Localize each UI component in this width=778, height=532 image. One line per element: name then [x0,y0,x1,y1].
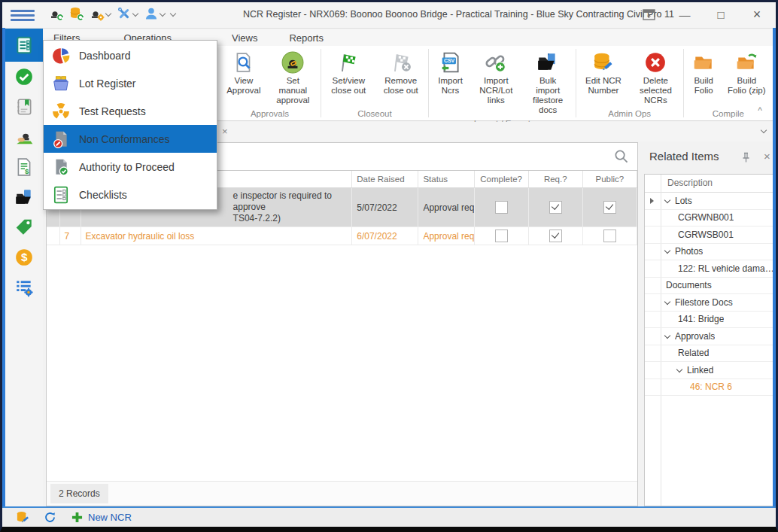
sidebar-item-register[interactable] [5,29,43,62]
nav-item-non-conformances[interactable]: Non Conformances [44,125,217,153]
folio-zip-icon [735,51,758,74]
ribbon-group-label: Closeout [324,108,426,120]
new-ncr-button[interactable]: New NCR [71,512,132,523]
sidebar-item-budget[interactable]: $ [5,242,43,272]
radiation-icon [52,102,70,120]
public-checkbox[interactable] [603,201,616,214]
tree-item-approvals[interactable]: Approvals [645,328,775,345]
tree-item-lot[interactable]: CGRWNB001 [645,210,775,227]
search-icon[interactable] [614,149,628,163]
register-icon [14,35,34,55]
complete-checkbox[interactable] [495,201,508,214]
tree-item-filestore-doc[interactable]: 141: Bridge [645,312,775,329]
link-add-icon [485,51,507,74]
row-indicator-cell [47,227,59,245]
col-public[interactable]: Public? [582,171,637,188]
bulk-import-filestore-button[interactable]: Bulk import filestore docs [524,49,573,117]
delete-selected-ncrs-button[interactable]: Delete selected NCRs [631,49,680,108]
ncr-row[interactable]: 7 Excavator hydraulic oil loss 6/07/2022… [47,227,637,245]
lot-register-icon [52,74,70,93]
window-controls: — □ × [640,6,765,23]
sidebar-item-approvals[interactable] [5,62,43,92]
nav-item-authority-to-proceed[interactable]: Authority to Proceed [44,153,217,181]
tab-close-icon[interactable]: × [222,126,228,137]
nav-item-lot-register[interactable]: Lot Register [44,69,217,97]
dashboard-pie-icon [52,47,70,65]
import-ncr-lot-links-button[interactable]: Import NCR/Lot links [472,49,521,108]
sidebar-item-tags[interactable] [5,212,43,242]
nav-item-dashboard[interactable]: Dashboard [44,41,217,69]
view-approval-icon [232,51,255,74]
row-public-cell [582,227,637,245]
ribbon-collapse-icon[interactable]: ^ [758,105,762,116]
req-checkbox[interactable] [549,230,562,242]
minimize-button[interactable]: — [676,6,693,23]
menu-reports[interactable]: Reports [280,31,333,45]
nav-item-checklists[interactable]: Checklists [44,181,217,208]
col-status[interactable]: Status [418,171,474,188]
sidebar-item-diary[interactable] [5,92,43,122]
ribbon-group-closeout: Set/view close out Remove close out Clos… [321,46,429,120]
set-manual-approval-button[interactable]: Set manual approval [269,49,318,108]
close-button[interactable]: × [749,6,765,23]
sidebar-item-config[interactable] [5,272,43,302]
tree-item-documents[interactable]: Documents [645,278,775,295]
pin-icon[interactable] [741,152,751,166]
build-folio-zip-button[interactable]: Build Folio (zip) [724,49,770,98]
menu-views[interactable]: Views [223,31,266,45]
col-req[interactable]: Req.? [528,171,582,188]
stamp-hand-icon [14,127,34,147]
col-date-raised[interactable]: Date Raised [352,171,418,188]
tree-item-photos[interactable]: Photos [645,244,775,261]
tree-item-lot[interactable]: CGRWSB001 [645,226,775,244]
db-edit-button[interactable] [16,510,30,524]
build-folio-button[interactable]: Build Folio [687,49,721,98]
related-column-header[interactable]: Description [645,175,775,193]
tree-item-filestore-docs[interactable]: Filestore Docs [645,294,775,312]
folder-document-icon [536,51,559,74]
chevron-expanded-icon[interactable] [664,198,670,204]
tree-item-linked[interactable]: Linked [645,362,775,379]
complete-checkbox[interactable] [495,230,508,242]
nav-item-test-requests[interactable]: Test Requests [44,97,217,125]
tree-item-related[interactable]: Related [645,345,775,363]
chevron-expanded-icon[interactable] [676,367,682,373]
sidebar-item-cost-dockets[interactable]: $ [5,152,43,182]
req-checkbox[interactable] [549,201,562,214]
col-complete[interactable]: Complete? [474,171,528,188]
row-req-cell [528,188,582,227]
titlebar: NCR Register - NRX069: Boonoo Boonoo Bri… [2,2,776,29]
row-complete-cell [474,227,528,245]
import-ncrs-button[interactable]: CSV Import Ncrs [432,49,469,98]
tree-item-linked-ncr[interactable]: 46: NCR 6 [645,379,775,397]
database-edit-icon [16,510,30,524]
panel-close-icon[interactable]: × [764,150,770,163]
notebook-bookmark-icon [14,97,34,117]
view-approval-button[interactable]: View Approval [222,49,266,98]
row-status-cell: Approval req... [418,188,474,227]
chevron-expanded-icon[interactable] [664,248,670,254]
chevron-expanded-icon[interactable] [664,333,670,339]
sidebar-item-filestore[interactable] [5,182,43,212]
remove-closeout-button[interactable]: Remove close out [376,49,425,98]
row-id-cell: 7 [59,227,81,245]
authority-proceed-icon [52,158,70,176]
tree-item-lots[interactable]: Lots [645,193,775,210]
record-count-badge: 2 Records [50,484,108,503]
sidebar: $ $ [5,29,43,508]
public-checkbox[interactable] [603,230,616,242]
tree-item-photo[interactable]: 122: RL vehicle damag... [645,260,775,278]
edit-ncr-number-button[interactable]: Edit NCR Number [579,49,628,98]
related-items-header: Related Items × [649,150,776,169]
maximize-button[interactable]: □ [713,6,729,23]
sidebar-item-stamp-approvals[interactable] [5,122,43,152]
popout-button[interactable] [640,6,657,23]
ribbon-group-approvals: View Approval Set manual approval Approv… [219,46,321,120]
tab-list-dropdown-icon[interactable] [761,128,767,133]
chevron-expanded-icon[interactable] [664,299,670,306]
set-view-closeout-button[interactable]: Set/view close out [324,49,373,98]
manual-approval-icon [281,51,304,74]
checklist-icon [52,186,70,204]
refresh-button[interactable] [44,511,56,524]
ribbon-group-label: Approvals [222,108,318,120]
